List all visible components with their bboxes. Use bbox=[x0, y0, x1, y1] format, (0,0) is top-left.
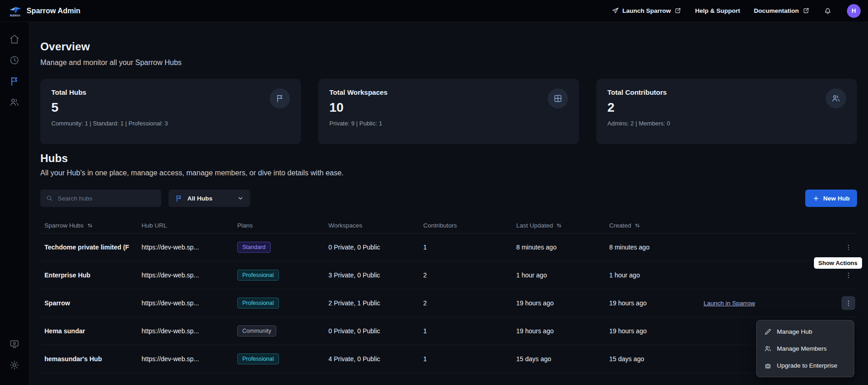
documentation-link[interactable]: Documentation bbox=[754, 7, 809, 14]
contributors-count: 1 bbox=[423, 327, 516, 335]
hub-name: Techdome private limited (F bbox=[44, 244, 142, 251]
table-header: Sparrow Hubs Hub URL Plans Workspaces Co… bbox=[40, 218, 857, 233]
plan-badge: Community bbox=[237, 325, 276, 336]
hub-url: https://dev-web.sp... bbox=[142, 244, 237, 251]
stat-detail: Community: 1 | Standard: 1 | Professiona… bbox=[51, 120, 290, 127]
menu-item-manage-members[interactable]: Manage Members bbox=[759, 340, 851, 357]
hubs-flag-icon bbox=[9, 76, 20, 87]
stat-card-total-workspaces: Total Workspaces 10 Private: 9 | Public:… bbox=[318, 79, 579, 144]
contributors-count: 1 bbox=[423, 244, 516, 251]
workspace-grid-icon bbox=[548, 88, 568, 108]
last-updated: 19 hours ago bbox=[516, 299, 609, 307]
show-actions-tooltip: Show Actions bbox=[814, 257, 862, 269]
created: 1 hour ago bbox=[609, 271, 702, 279]
help-support-link[interactable]: Help & Support bbox=[695, 7, 740, 14]
sidebar bbox=[0, 22, 29, 385]
stat-value: 2 bbox=[607, 100, 846, 115]
plan-badge: Professional bbox=[237, 298, 279, 309]
sparrow-logo[interactable]: Admin bbox=[6, 5, 24, 17]
stat-cards: Total Hubs 5 Community: 1 | Standard: 1 … bbox=[40, 79, 857, 144]
sort-icon bbox=[634, 222, 640, 228]
hub-url: https://dev-web.sp... bbox=[142, 327, 237, 335]
external-link-icon bbox=[674, 7, 681, 14]
hubs-toolbar: All Hubs New Hub bbox=[40, 190, 857, 207]
sidebar-item-desktop-app[interactable] bbox=[9, 339, 20, 349]
new-hub-button[interactable]: New Hub bbox=[805, 190, 857, 207]
stat-card-total-hubs: Total Hubs 5 Community: 1 | Standard: 1 … bbox=[40, 79, 301, 144]
table-row[interactable]: hemasundar's Hub https://dev-web.sp... P… bbox=[40, 345, 857, 373]
stat-label: Total Contributors bbox=[607, 88, 846, 96]
logo-admin-label: Admin bbox=[10, 14, 20, 17]
app-title: Sparrow Admin bbox=[27, 7, 81, 15]
plus-icon bbox=[813, 195, 819, 202]
sidebar-item-teams[interactable] bbox=[9, 97, 20, 108]
workspaces-count: 0 Private, 0 Public bbox=[328, 244, 423, 251]
launch-sparrow-button[interactable]: Launch Sparrow bbox=[612, 7, 682, 14]
contributors-icon bbox=[826, 88, 846, 108]
row-actions-kebab-icon[interactable] bbox=[841, 240, 855, 254]
search-input[interactable] bbox=[58, 195, 156, 202]
table-row[interactable]: Enterprise Hub https://dev-web.sp... Pro… bbox=[40, 261, 857, 289]
stat-value: 5 bbox=[51, 100, 290, 115]
sidebar-item-settings[interactable] bbox=[9, 360, 20, 370]
row-actions-kebab-icon[interactable] bbox=[841, 268, 855, 282]
stat-value: 10 bbox=[329, 100, 568, 115]
stat-detail: Private: 9 | Public: 1 bbox=[329, 120, 568, 127]
hub-name: Hema sundar bbox=[44, 327, 142, 335]
hub-name: hemasundar's Hub bbox=[44, 355, 142, 363]
column-header-workspaces: Workspaces bbox=[328, 222, 423, 229]
settings-gear-icon bbox=[9, 360, 20, 370]
table-row[interactable]: Techdome private limited (F https://dev-… bbox=[40, 233, 857, 261]
stat-card-total-contributors: Total Contributors 2 Admins: 2 | Members… bbox=[596, 79, 857, 144]
created: 15 days ago bbox=[609, 355, 702, 363]
sidebar-item-home[interactable] bbox=[9, 34, 20, 44]
workspaces-count: 4 Private, 0 Public bbox=[328, 355, 423, 363]
menu-item-upgrade-enterprise[interactable]: Upgrade to Enterprise bbox=[759, 357, 851, 374]
row-actions-kebab-icon[interactable] bbox=[841, 296, 855, 310]
hub-flag-icon bbox=[270, 88, 290, 108]
history-clock-icon bbox=[9, 55, 20, 65]
column-header-plans: Plans bbox=[237, 222, 328, 229]
hub-url: https://dev-web.sp... bbox=[142, 355, 237, 363]
last-updated: 8 minutes ago bbox=[516, 244, 609, 251]
hubs-table: Sparrow Hubs Hub URL Plans Workspaces Co… bbox=[40, 218, 857, 373]
sort-icon bbox=[87, 222, 93, 228]
row-actions-menu: Manage Hub Manage Members Upgrade to Ent… bbox=[756, 320, 854, 377]
teams-icon bbox=[9, 97, 20, 108]
contributors-count: 2 bbox=[423, 299, 516, 307]
pencil-icon bbox=[764, 328, 772, 336]
launch-in-sparrow-link[interactable]: Launch in Sparrow bbox=[704, 300, 755, 307]
search-icon bbox=[46, 195, 53, 202]
contributors-count: 1 bbox=[423, 355, 516, 363]
column-header-contributors: Contributors bbox=[423, 222, 516, 229]
chevron-down-icon bbox=[237, 195, 244, 201]
column-header-created[interactable]: Created bbox=[609, 222, 702, 229]
hubs-section-subtitle: All your Hub's in one place, manage acce… bbox=[40, 169, 857, 177]
page-title: Overview bbox=[40, 40, 857, 53]
created: 19 hours ago bbox=[609, 327, 702, 335]
stat-label: Total Hubs bbox=[51, 88, 290, 96]
menu-item-manage-hub[interactable]: Manage Hub bbox=[759, 323, 851, 340]
hub-url: https://dev-web.sp... bbox=[142, 299, 237, 307]
user-avatar[interactable]: H bbox=[847, 4, 861, 18]
table-row[interactable]: Sparrow https://dev-web.sp... Profession… bbox=[40, 289, 857, 317]
launch-plane-icon bbox=[612, 7, 619, 14]
table-row[interactable]: Hema sundar https://dev-web.sp... Commun… bbox=[40, 317, 857, 345]
hub-filter-dropdown[interactable]: All Hubs bbox=[169, 190, 250, 207]
hub-url: https://dev-web.sp... bbox=[142, 271, 237, 279]
sidebar-item-history[interactable] bbox=[9, 55, 20, 65]
page-subtitle: Manage and monitor all your Sparrow Hubs bbox=[40, 59, 857, 67]
column-header-sparrow-hubs[interactable]: Sparrow Hubs bbox=[44, 222, 142, 229]
stat-label: Total Workspaces bbox=[329, 88, 568, 96]
home-icon bbox=[9, 34, 20, 44]
hub-filter-value: All Hubs bbox=[187, 195, 233, 202]
notifications-bell-icon[interactable] bbox=[823, 6, 833, 16]
desktop-app-icon bbox=[9, 339, 20, 349]
column-header-last-updated[interactable]: Last Updated bbox=[516, 222, 609, 229]
last-updated: 15 days ago bbox=[516, 355, 609, 363]
sidebar-item-hubs[interactable] bbox=[9, 76, 20, 87]
last-updated: 1 hour ago bbox=[516, 271, 609, 279]
sparrow-bird-icon bbox=[9, 5, 22, 14]
created: 19 hours ago bbox=[609, 299, 702, 307]
external-link-icon bbox=[802, 7, 809, 14]
